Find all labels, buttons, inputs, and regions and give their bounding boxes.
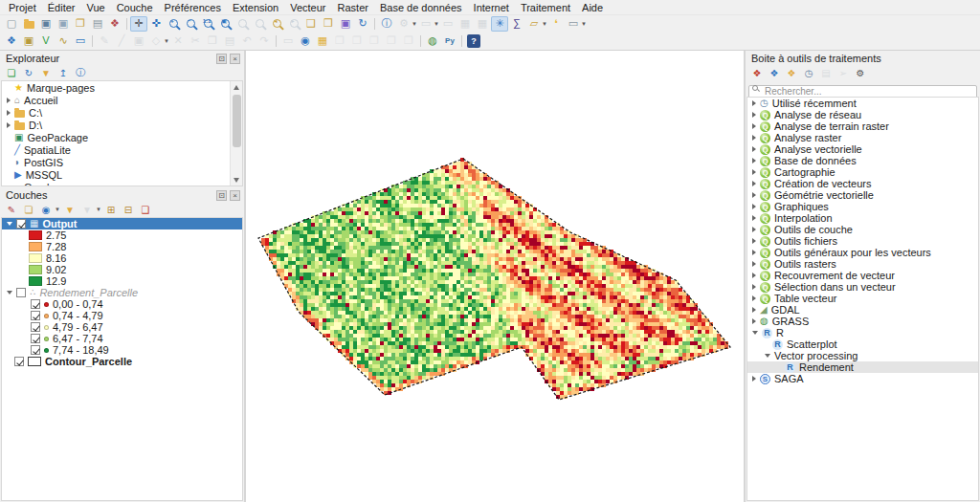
- new-spatial-bookmark-button[interactable]: ❑: [302, 16, 320, 32]
- toolbox-item-rendement[interactable]: RRendement: [747, 361, 978, 373]
- show-bookmarks-button[interactable]: ❒: [320, 16, 337, 32]
- expand-right-icon[interactable]: [752, 204, 756, 209]
- toolbox-item-recouvrement-de-vecteur[interactable]: QRecouvrement de vecteur: [747, 270, 978, 281]
- browser-item-postgis[interactable]: ◗PostGIS: [2, 156, 242, 168]
- expand-right-icon[interactable]: [752, 181, 756, 186]
- data-source-manager-button[interactable]: ❖: [3, 33, 20, 49]
- map-tips-button[interactable]: ❛: [547, 16, 565, 32]
- new-virtual-layer-button[interactable]: ▭: [72, 33, 89, 49]
- expand-right-icon[interactable]: [7, 122, 11, 128]
- class-checkbox[interactable]: [31, 311, 40, 320]
- layer-class-item[interactable]: 0,00 - 0,74: [2, 298, 242, 310]
- browser-item-oracle[interactable]: ●Oracle: [2, 181, 242, 186]
- menu-item-couche[interactable]: Couche: [111, 2, 159, 13]
- style-manager-button[interactable]: ❖: [106, 16, 123, 32]
- expand-down-icon[interactable]: [765, 354, 770, 358]
- toolbox-item-grass[interactable]: ◍GRASS: [747, 316, 978, 327]
- menu-item-editer[interactable]: Éditer: [42, 2, 81, 13]
- r-scripts-button[interactable]: ❖: [784, 66, 799, 79]
- browser-item-marque-pages[interactable]: ★Marque-pages: [2, 81, 242, 94]
- add-selected-layers-button[interactable]: ❏: [4, 66, 19, 79]
- toolbox-item-gdal[interactable]: ◢GDAL: [747, 304, 978, 316]
- processing-toolbox-toggle-button[interactable]: ✳: [491, 16, 508, 32]
- collapse-all-layers-button[interactable]: ⊟: [121, 203, 136, 216]
- scroll-thumb[interactable]: [233, 95, 241, 147]
- toolbox-item-analyse-de-reseau[interactable]: QAnalyse de réseau: [747, 109, 978, 120]
- snapping-grid-button[interactable]: ▦: [314, 33, 331, 49]
- identify-features-button[interactable]: ⓘ: [378, 16, 395, 32]
- pan-map-button[interactable]: ✛: [130, 16, 147, 32]
- expand-right-icon[interactable]: [752, 261, 756, 267]
- expand-right-icon[interactable]: [752, 250, 756, 255]
- expand-all-button[interactable]: ⊞: [103, 203, 119, 216]
- toolbox-item-analyse-raster[interactable]: QAnalyse raster: [747, 132, 978, 143]
- zoom-out-button[interactable]: −: [182, 16, 199, 32]
- layer-class-item[interactable]: 8.16: [2, 252, 242, 264]
- browser-close-button[interactable]: ×: [230, 54, 240, 64]
- layer-item-output[interactable]: ▦Output: [2, 218, 242, 229]
- map-canvas[interactable]: [246, 51, 744, 502]
- options-button[interactable]: ⚙: [853, 66, 868, 79]
- models-button[interactable]: ❖: [749, 66, 765, 79]
- layer-class-item[interactable]: 6,47 - 7,74: [2, 333, 242, 344]
- text-annotation-button[interactable]: ▭: [565, 16, 582, 32]
- toolbox-item-vector-processing[interactable]: Vector processing: [747, 350, 978, 361]
- browser-item-accueil[interactable]: ⌂Accueil: [2, 94, 242, 106]
- toolbox-item-analyse-de-terrain-raster[interactable]: QAnalyse de terrain raster: [747, 120, 978, 132]
- browser-float-button[interactable]: ⊡: [216, 54, 227, 64]
- toolbox-item-utilise-recemment[interactable]: ◷Utilisé récemment: [747, 98, 978, 109]
- save-project-as-button[interactable]: ▣: [55, 16, 72, 32]
- menu-item-aide[interactable]: Aide: [576, 2, 609, 13]
- toolbox-item-saga[interactable]: SSAGA: [747, 373, 978, 384]
- new-print-layout-button[interactable]: ▤: [89, 16, 106, 32]
- toolbox-item-scatterplot[interactable]: RScatterplot: [747, 338, 978, 350]
- class-checkbox[interactable]: [31, 299, 40, 309]
- zoom-full-button[interactable]: ▣: [216, 16, 234, 32]
- menu-item-projet[interactable]: Projet: [3, 2, 42, 13]
- collapse-all-button[interactable]: ↥: [56, 66, 71, 79]
- statistics-summary-button[interactable]: ∑: [508, 16, 525, 32]
- menu-item-extension[interactable]: Extension: [227, 2, 284, 13]
- menu-item-base-de-donnees[interactable]: Base de données: [374, 2, 468, 13]
- expand-right-icon[interactable]: [752, 376, 756, 382]
- toolbox-item-base-de-donnees[interactable]: QBase de données: [747, 155, 978, 166]
- enable-properties-widget-button[interactable]: ⓘ: [73, 66, 88, 79]
- class-checkbox[interactable]: [31, 322, 40, 332]
- toolbox-item-outils-de-couche[interactable]: QOutils de couche: [747, 224, 978, 235]
- expand-right-icon[interactable]: [752, 284, 756, 290]
- manage-map-themes-button[interactable]: ◉: [38, 203, 54, 216]
- browser-item-spatialite[interactable]: ╱SpatiaLite: [2, 143, 242, 156]
- toolbox-item-interpolation[interactable]: QInterpolation: [747, 212, 978, 224]
- scroll-up-icon[interactable]: [231, 81, 242, 93]
- expand-down-icon[interactable]: [7, 222, 12, 226]
- layers-float-button[interactable]: ⊡: [216, 190, 227, 201]
- browser-item-c[interactable]: C:\: [2, 106, 242, 119]
- expand-right-icon[interactable]: [752, 227, 756, 232]
- menu-item-vecteur[interactable]: Vecteur: [284, 2, 331, 13]
- new-spatialite-layer-button[interactable]: ∿: [55, 33, 72, 49]
- toolbox-item-analyse-vectorielle[interactable]: QAnalyse vectorielle: [747, 143, 978, 155]
- browser-item-mssql[interactable]: ▶MSSQL: [2, 168, 242, 181]
- menu-item-vue[interactable]: Vue: [81, 2, 111, 13]
- layer-checkbox[interactable]: [16, 219, 26, 229]
- expand-right-icon[interactable]: [752, 169, 756, 175]
- layer-class-item[interactable]: 7.28: [2, 241, 242, 252]
- toolbox-item-outils-generaux-pour-les-vecteurs[interactable]: QOutils généraux pour les vecteurs: [747, 247, 978, 258]
- filter-legend-button[interactable]: ▼: [62, 203, 78, 216]
- new-project-button[interactable]: ▢: [3, 16, 20, 32]
- remove-layer-button[interactable]: ❑: [138, 203, 153, 216]
- toolbox-item-cartographie[interactable]: QCartographie: [747, 166, 978, 178]
- pan-to-selection-button[interactable]: ✜: [147, 16, 165, 32]
- menu-item-raster[interactable]: Raster: [332, 2, 374, 13]
- help-button[interactable]: ?: [465, 33, 482, 49]
- measure-button[interactable]: ▱: [525, 16, 543, 32]
- expand-down-icon[interactable]: [7, 291, 12, 295]
- expand-right-icon[interactable]: [7, 110, 11, 116]
- menu-item-preferences[interactable]: Préférences: [159, 2, 227, 13]
- layer-class-item[interactable]: 0,74 - 4,79: [2, 310, 242, 321]
- new-shapefile-layer-button[interactable]: V: [37, 33, 55, 49]
- browser-scrollbar[interactable]: [230, 81, 242, 186]
- expand-right-icon[interactable]: [752, 123, 756, 129]
- toolbox-item-table-vecteur[interactable]: QTable vecteur: [747, 293, 978, 304]
- save-project-button[interactable]: ▣: [37, 16, 55, 32]
